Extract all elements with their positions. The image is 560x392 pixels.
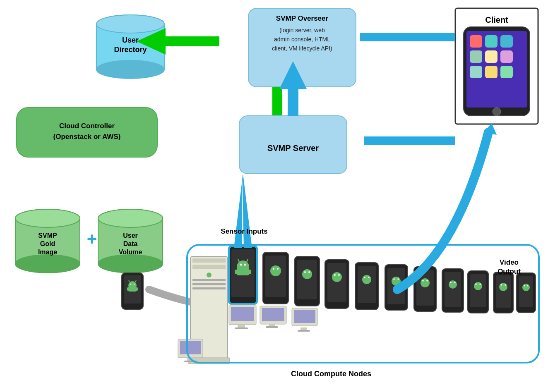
svg-point-121: [450, 282, 452, 283]
user-data-volume-label: User: [123, 232, 138, 239]
cloud-compute-nodes-label: Cloud Compute Nodes: [291, 370, 371, 378]
svg-point-47: [134, 284, 135, 285]
svg-point-92: [304, 271, 306, 273]
svg-text:(Openstack or AWS): (Openstack or AWS): [53, 133, 121, 141]
svg-rect-13: [17, 108, 157, 157]
svmp-overseer-label: SVMP Overseer: [276, 14, 329, 22]
svg-rect-59: [192, 283, 226, 285]
plus-sign: +: [87, 229, 97, 249]
svg-point-82: [270, 265, 281, 276]
svg-point-117: [426, 280, 428, 282]
svg-point-106: [364, 277, 365, 278]
svg-point-131: [500, 284, 502, 286]
svg-point-135: [522, 284, 530, 291]
client-to-server-arrow: [364, 128, 455, 145]
svg-rect-21: [485, 35, 498, 48]
svg-point-6: [96, 60, 164, 79]
user-directory-label: User: [122, 36, 139, 44]
architecture-diagram: User Directory SVMP Overseer (login serv…: [0, 0, 560, 392]
svg-point-39: [98, 255, 163, 273]
svg-rect-134: [519, 276, 533, 307]
svg-point-33: [15, 209, 80, 227]
svg-rect-96: [300, 327, 307, 330]
svg-rect-56: [192, 265, 226, 269]
svg-point-57: [207, 272, 212, 277]
svg-point-105: [362, 275, 371, 284]
svg-text:admin console, HTML: admin console, HTML: [274, 36, 330, 43]
svg-point-122: [454, 282, 456, 283]
svg-rect-20: [470, 35, 482, 48]
svg-rect-26: [470, 66, 482, 78]
svg-rect-73: [237, 268, 249, 275]
svg-point-102: [338, 274, 340, 276]
svg-rect-79: [235, 327, 248, 329]
svg-rect-24: [485, 50, 498, 63]
svg-rect-86: [262, 308, 284, 321]
svg-point-132: [505, 284, 506, 286]
svg-rect-78: [238, 325, 245, 328]
svg-rect-119: [445, 272, 461, 307]
svg-point-101: [334, 274, 336, 276]
svg-text:Directory: Directory: [114, 45, 147, 54]
svg-point-84: [277, 268, 279, 270]
svg-point-32: [15, 255, 80, 273]
svg-rect-50: [128, 287, 137, 292]
sensor-inputs-arrow: [234, 174, 252, 248]
svg-rect-87: [269, 324, 275, 327]
svg-rect-28: [500, 66, 513, 78]
svg-rect-25: [500, 50, 513, 63]
client-to-overseer-arrow: [360, 25, 455, 41]
svg-point-46: [130, 284, 132, 285]
svg-rect-55: [192, 258, 226, 263]
svg-point-70: [244, 264, 246, 266]
svg-point-136: [524, 285, 525, 287]
video-output-arrow: [397, 132, 488, 289]
svg-text:Volume: Volume: [119, 249, 142, 256]
svg-rect-63: [180, 341, 201, 354]
svg-rect-23: [470, 50, 482, 63]
svg-rect-99: [327, 263, 346, 302]
svg-point-91: [302, 269, 312, 279]
svg-point-7: [96, 15, 164, 33]
svg-point-100: [332, 272, 342, 282]
svg-point-120: [449, 280, 457, 289]
svg-point-115: [421, 278, 430, 287]
sensor-inputs-label: Sensor Inputs: [221, 227, 267, 235]
svg-text:client, VM lifecycle API): client, VM lifecycle API): [272, 45, 332, 52]
svg-rect-95: [294, 310, 315, 323]
svg-rect-27: [485, 66, 498, 78]
svg-point-130: [499, 283, 507, 291]
svg-point-112: [397, 278, 399, 280]
client-label: Client: [485, 15, 508, 24]
svg-point-111: [393, 278, 395, 280]
svg-point-40: [98, 209, 163, 227]
svg-rect-75: [248, 270, 251, 274]
svg-point-29: [493, 108, 501, 116]
cloud-controller-label: Cloud Controller: [59, 122, 115, 130]
svg-text:Output: Output: [498, 268, 521, 275]
svg-point-107: [368, 277, 370, 278]
svg-rect-77: [231, 307, 254, 321]
svg-rect-74: [235, 270, 238, 274]
svg-rect-124: [470, 274, 486, 307]
svg-rect-60: [192, 287, 226, 289]
svg-text:Image: Image: [38, 249, 57, 256]
svg-rect-104: [358, 266, 376, 303]
svg-rect-22: [500, 35, 513, 48]
svg-point-127: [479, 283, 481, 285]
svg-text:Gold: Gold: [40, 240, 55, 247]
svmp-server-label: SVMP Server: [267, 143, 319, 153]
svmp-gold-image-label: SVMP: [38, 232, 57, 239]
svg-rect-52: [136, 287, 138, 291]
svg-point-137: [527, 285, 529, 287]
video-output-label: Video: [500, 258, 519, 266]
svg-point-116: [422, 280, 424, 282]
svg-text:(login server, web: (login server, web: [279, 27, 325, 33]
svg-point-69: [240, 264, 242, 266]
svg-rect-58: [192, 279, 226, 281]
svg-rect-97: [298, 330, 310, 332]
svg-point-93: [308, 271, 310, 273]
svg-point-126: [475, 283, 477, 285]
svg-text:Data: Data: [123, 240, 138, 247]
svg-point-83: [273, 268, 274, 270]
